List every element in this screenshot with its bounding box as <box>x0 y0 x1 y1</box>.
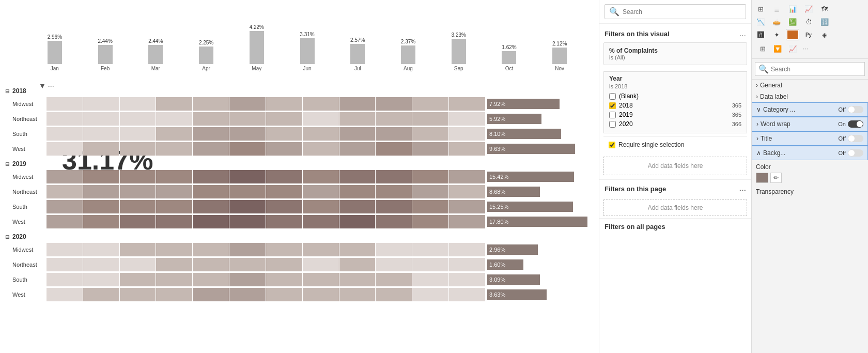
heat-cell-5[interactable] <box>229 288 266 301</box>
heat-cell-1[interactable] <box>83 97 119 111</box>
heat-cell-8[interactable] <box>339 142 376 156</box>
pct-bar-South[interactable]: 3.09% <box>487 274 540 285</box>
heat-cell-9[interactable] <box>376 258 412 271</box>
heat-cell-5[interactable] <box>229 258 266 271</box>
heat-cell-7[interactable] <box>303 288 339 301</box>
year-option-1[interactable]: 2018 365 <box>609 102 741 109</box>
heat-cell-11[interactable] <box>449 258 485 271</box>
heat-cell-7[interactable] <box>303 142 339 156</box>
heat-cell-1[interactable] <box>83 200 119 213</box>
heat-cell-2[interactable] <box>120 288 156 301</box>
heat-cell-10[interactable] <box>412 200 448 213</box>
heat-cell-4[interactable] <box>193 170 229 183</box>
viz-icon-custom1[interactable]: ◈ <box>818 29 831 40</box>
heat-cell-11[interactable] <box>449 170 485 183</box>
pct-bar-Midwest[interactable]: 7.92% <box>487 99 560 109</box>
heat-cell-9[interactable] <box>376 273 412 286</box>
heat-cell-1[interactable] <box>83 215 119 228</box>
pct-bar-South[interactable]: 15.25% <box>487 202 573 212</box>
viz-wordwrap-row[interactable]: › Word wrap On <box>752 117 868 131</box>
heat-cell-8[interactable] <box>339 127 376 141</box>
heat-cell-3[interactable] <box>156 170 192 183</box>
heat-cell-5[interactable] <box>229 200 266 213</box>
heat-cell-4[interactable] <box>193 200 229 213</box>
heat-cell-2[interactable] <box>120 97 156 111</box>
heat-cell-3[interactable] <box>156 200 192 213</box>
heat-cell-2[interactable] <box>120 170 156 183</box>
year-checkbox-1[interactable] <box>609 102 616 109</box>
heat-cell-7[interactable] <box>303 243 339 256</box>
heat-cell-5[interactable] <box>229 273 266 286</box>
heat-cell-8[interactable] <box>339 258 376 271</box>
heat-cell-2[interactable] <box>120 200 156 213</box>
pct-bar-Midwest[interactable]: 15.42% <box>487 172 574 182</box>
heat-cell-3[interactable] <box>156 112 192 126</box>
title-switch-track[interactable] <box>848 135 863 142</box>
viz-search-wrapper[interactable]: 🔍 <box>755 62 865 76</box>
heat-cell-0[interactable] <box>47 170 83 183</box>
heat-cell-7[interactable] <box>303 97 339 111</box>
heat-cell-4[interactable] <box>193 258 229 271</box>
heat-cell-7[interactable] <box>303 170 339 183</box>
heat-cell-10[interactable] <box>412 97 448 111</box>
heat-cell-8[interactable] <box>339 170 376 183</box>
heat-cell-7[interactable] <box>303 112 339 126</box>
heat-cell-1[interactable] <box>83 185 119 198</box>
heat-cell-11[interactable] <box>449 97 485 111</box>
heat-cell-11[interactable] <box>449 127 485 141</box>
filter-search-input[interactable] <box>623 8 741 16</box>
heat-cell-3[interactable] <box>156 258 192 271</box>
heat-cell-8[interactable] <box>339 112 376 126</box>
heat-cell-1[interactable] <box>83 112 119 126</box>
category-switch-track[interactable] <box>848 106 863 113</box>
bar-rect-6[interactable] <box>350 44 365 64</box>
heat-cell-8[interactable] <box>339 215 376 228</box>
heat-cell-1[interactable] <box>83 142 119 156</box>
viz-icon-table2[interactable]: ⊞ <box>756 43 769 54</box>
heat-cell-4[interactable] <box>193 243 229 256</box>
pct-bar-Northeast[interactable]: 5.92% <box>487 114 541 124</box>
viz-section-general[interactable]: › General <box>752 80 868 91</box>
filters-page-dots[interactable]: ... <box>739 184 746 193</box>
heat-cell-5[interactable] <box>229 215 266 228</box>
heat-cell-1[interactable] <box>83 288 119 301</box>
heat-cell-0[interactable] <box>47 243 83 256</box>
bar-rect-9[interactable] <box>502 51 516 64</box>
heat-cell-6[interactable] <box>266 112 302 126</box>
heat-cell-5[interactable] <box>229 127 266 141</box>
filters-visual-dots[interactable]: ... <box>739 29 746 38</box>
pct-bar-West[interactable]: 17.80% <box>487 217 587 227</box>
bar-rect-1[interactable] <box>98 45 113 64</box>
bar-rect-8[interactable] <box>452 39 466 64</box>
heat-cell-11[interactable] <box>449 273 485 286</box>
pct-bar-West[interactable]: 9.63% <box>487 144 575 154</box>
heat-cell-0[interactable] <box>47 200 83 213</box>
heat-cell-8[interactable] <box>339 185 376 198</box>
heat-cell-11[interactable] <box>449 215 485 228</box>
collapse-icon-2019[interactable]: ⊟ <box>5 161 9 167</box>
heat-cell-9[interactable] <box>376 200 412 213</box>
heat-cell-4[interactable] <box>193 288 229 301</box>
heat-cell-1[interactable] <box>83 243 119 256</box>
viz-icon-pie[interactable]: 🥧 <box>770 16 783 27</box>
heat-cell-10[interactable] <box>412 127 448 141</box>
viz-icon-text[interactable]: 🅰 <box>754 29 767 40</box>
heat-cell-9[interactable] <box>376 243 412 256</box>
category-toggle-switch[interactable]: Off <box>839 106 863 113</box>
heat-cell-10[interactable] <box>412 112 448 126</box>
heat-cell-9[interactable] <box>376 185 412 198</box>
heat-cell-2[interactable] <box>120 215 156 228</box>
heat-cell-8[interactable] <box>339 97 376 111</box>
heat-cell-11[interactable] <box>449 243 485 256</box>
year-checkbox-2[interactable] <box>609 112 616 118</box>
heat-cell-3[interactable] <box>156 273 192 286</box>
bar-rect-4[interactable] <box>250 31 264 64</box>
bar-rect-0[interactable] <box>48 41 62 64</box>
heat-cell-7[interactable] <box>303 258 339 271</box>
heat-cell-8[interactable] <box>339 243 376 256</box>
heat-cell-10[interactable] <box>412 258 448 271</box>
background-switch-track[interactable] <box>848 149 863 157</box>
year-checkbox-0[interactable] <box>609 93 616 100</box>
heat-cell-3[interactable] <box>156 142 192 156</box>
heat-cell-10[interactable] <box>412 273 448 286</box>
